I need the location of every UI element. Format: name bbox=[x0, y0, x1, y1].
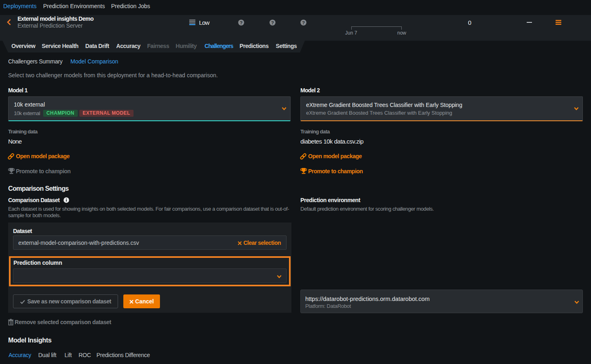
svg-text:?: ? bbox=[271, 20, 274, 25]
svg-text:?: ? bbox=[240, 20, 243, 25]
svg-text:?: ? bbox=[302, 20, 305, 25]
